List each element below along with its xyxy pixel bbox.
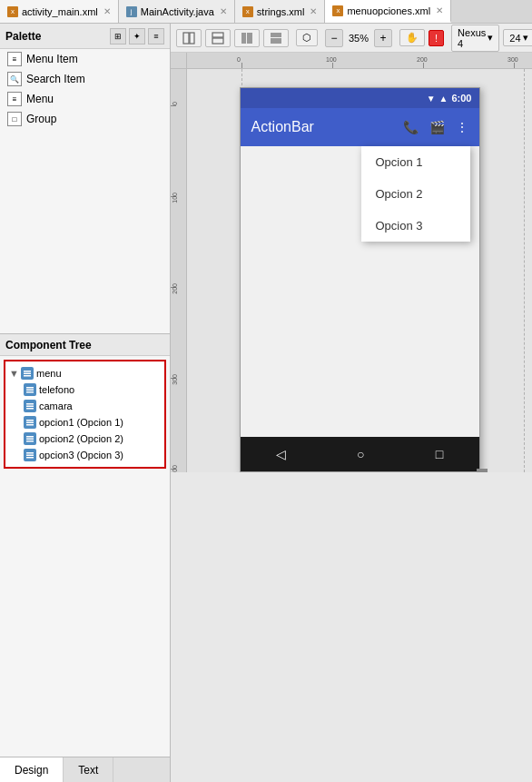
palette-item-menu-item[interactable]: ≡ Menu Item <box>0 49 170 69</box>
svg-rect-19 <box>190 33 194 44</box>
opcion3-icon <box>24 449 36 461</box>
tab-close-btn[interactable]: ✕ <box>310 6 317 16</box>
palette-item-search-item[interactable]: 🔍 Search Item <box>0 69 170 89</box>
palette-item-label: Menu <box>26 93 54 105</box>
tab-menuopciones[interactable]: x menuopciones.xml ✕ <box>325 0 451 23</box>
zoom-in-btn[interactable]: + <box>374 29 392 47</box>
action-bar-icons: 📞 🎬 ⋮ <box>403 120 468 134</box>
bottom-tabs: Design Text <box>0 757 170 782</box>
palette-header: Palette ⊞ ✦ ≡ <box>0 24 170 49</box>
svg-rect-20 <box>212 33 223 37</box>
overflow-menu-icon[interactable]: ⋮ <box>456 120 468 134</box>
tree-item-label-telefono: telefono <box>39 384 74 395</box>
tab-icon-xml: x <box>332 5 343 16</box>
zoom-out-btn[interactable]: − <box>325 29 343 47</box>
phone-call-icon[interactable]: 📞 <box>403 120 419 134</box>
tab-activity-main[interactable]: x activity_main.xml ✕ <box>0 0 119 23</box>
search-item-icon: 🔍 <box>7 72 22 86</box>
tab-close-btn[interactable]: ✕ <box>436 5 443 15</box>
palette-item-menu[interactable]: ≡ Menu <box>0 89 170 109</box>
back-icon[interactable]: ◁ <box>276 447 286 461</box>
tree-item-telefono[interactable]: telefono <box>24 381 161 398</box>
palette-btn-1[interactable]: ⊞ <box>110 28 126 45</box>
warning-btn[interactable]: ! <box>429 30 444 46</box>
zoom-control: − 35% + <box>325 29 392 47</box>
home-icon[interactable]: ○ <box>357 447 364 461</box>
resize-handle[interactable] <box>477 469 488 472</box>
svg-rect-21 <box>212 38 223 44</box>
tree-item-menu[interactable]: ▼ menu <box>9 365 161 381</box>
svg-rect-9 <box>26 420 34 421</box>
api-label: 24 <box>509 33 520 44</box>
h-ruler: 0 100 200 300 <box>187 53 532 69</box>
svg-rect-8 <box>26 408 34 410</box>
svg-rect-24 <box>271 33 281 37</box>
tree-item-opcion1[interactable]: opcion1 (Opcion 1) <box>24 414 161 431</box>
palette-btn-2[interactable]: ✦ <box>129 28 145 45</box>
zoom-level: 35% <box>345 33 372 44</box>
shape-toggle-btn[interactable]: ⬡ <box>296 29 318 46</box>
bottom-tab-design[interactable]: Design <box>0 757 64 782</box>
svg-rect-12 <box>26 436 34 438</box>
layout-btn-3[interactable] <box>234 29 260 47</box>
canvas-viewport[interactable]: ▼ ▲ 6:00 ActionBar 📞 🎬 ⋮ <box>187 69 532 472</box>
ruler-v-label-200: 200 <box>172 283 178 294</box>
svg-rect-18 <box>183 33 189 44</box>
guide-line-v2 <box>524 69 525 472</box>
tree-item-label-opcion3: opcion3 (Opcion 3) <box>39 450 123 460</box>
svg-rect-7 <box>26 406 34 408</box>
ruler-corner <box>171 53 187 69</box>
left-panel: Palette ⊞ ✦ ≡ ≡ Menu Item 🔍 Search Item … <box>0 24 171 782</box>
ruler-h-label-200: 200 <box>417 56 428 63</box>
layout-btn-4[interactable] <box>263 29 289 47</box>
ruler-v-label-400: 400 <box>172 465 178 472</box>
tab-close-btn[interactable]: ✕ <box>103 6 111 16</box>
layout-btn-2[interactable] <box>205 29 231 47</box>
tree-item-camara[interactable]: camara <box>24 398 161 414</box>
canvas-area: ⬡ − 35% + ✋ ! Nexus 4 ▾ 24 ▾ AppTheme La… <box>171 24 532 782</box>
camara-icon <box>24 400 36 412</box>
svg-rect-23 <box>247 33 252 44</box>
tab-label: activity_main.xml <box>22 6 98 17</box>
svg-rect-3 <box>26 387 34 389</box>
component-tree-section: Component Tree ▼ menu <box>0 333 170 472</box>
svg-rect-11 <box>26 424 34 426</box>
tree-item-opcion3[interactable]: opcion3 (Opcion 3) <box>24 447 161 463</box>
palette-item-group[interactable]: □ Group <box>0 109 170 129</box>
tab-label: menuopciones.xml <box>347 5 430 16</box>
api-selector[interactable]: 24 ▾ <box>503 29 532 46</box>
tree-children: telefono camara opcion1 (Opcion 1) <box>9 381 161 463</box>
dropdown-item-opcion2[interactable]: Opcion 2 <box>361 178 470 210</box>
svg-rect-10 <box>26 422 34 424</box>
hand-tool-btn[interactable]: ✋ <box>399 29 425 46</box>
component-tree-title: Component Tree <box>5 339 92 351</box>
device-selector[interactable]: Nexus 4 ▾ <box>451 25 499 52</box>
layout-btn-1[interactable] <box>176 29 202 47</box>
video-icon[interactable]: 🎬 <box>429 120 445 134</box>
tab-icon-java: j <box>126 6 137 17</box>
component-tree-body: ▼ menu telefono <box>4 360 166 469</box>
expand-icon: ▼ <box>9 368 18 379</box>
svg-rect-4 <box>26 390 34 391</box>
component-tree-header: Component Tree <box>0 334 170 356</box>
palette-btn-3[interactable]: ≡ <box>148 28 164 45</box>
ruler-v-label-100: 100 <box>172 193 178 203</box>
ruler-h-label-0: 0 <box>237 56 241 63</box>
tab-strings[interactable]: x strings.xml ✕ <box>235 0 326 23</box>
text-tab-label: Text <box>78 764 98 777</box>
palette-item-label: Group <box>26 113 56 125</box>
tab-main-activity[interactable]: j MainActivity.java ✕ <box>119 0 235 23</box>
tree-item-label-opcion2: opcion2 (Opcion 2) <box>39 433 123 444</box>
svg-rect-6 <box>26 403 34 405</box>
tree-item-opcion2[interactable]: opcion2 (Opcion 2) <box>24 431 161 447</box>
dropdown-item-opcion3[interactable]: Opcion 3 <box>361 210 470 242</box>
tab-label: strings.xml <box>257 6 305 17</box>
ruler-h-label-300: 300 <box>507 56 518 63</box>
recents-icon[interactable]: □ <box>436 447 443 461</box>
svg-rect-17 <box>26 457 34 459</box>
tab-close-btn[interactable]: ✕ <box>220 6 227 16</box>
ruler-v-label-0: 0 <box>172 102 178 105</box>
phone-action-bar: ActionBar 📞 🎬 ⋮ <box>241 108 479 146</box>
dropdown-item-opcion1[interactable]: Opcion 1 <box>361 146 470 178</box>
bottom-tab-text[interactable]: Text <box>64 757 113 782</box>
